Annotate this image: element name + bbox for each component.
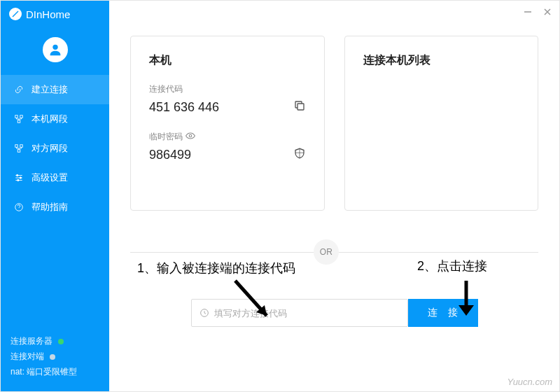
status-nat-text: nat: 端口受限锥型 [10,366,77,378]
svg-rect-1 [15,115,18,118]
svg-point-12 [189,134,192,137]
shield-icon[interactable] [293,147,306,163]
or-divider: OR [130,241,538,262]
sidebar-item-label: 高级设置 [31,172,68,184]
sidebar-item-local-net[interactable]: 本机网段 [1,104,109,134]
network-icon [13,143,24,154]
status-label: 连接对端 [10,351,44,363]
connect-button[interactable]: 连 接 [408,299,478,327]
close-icon[interactable] [542,7,552,17]
svg-rect-11 [298,104,304,110]
svg-rect-4 [15,145,18,148]
status-dot-icon [50,354,55,360]
sidebar-item-remote-net[interactable]: 对方网段 [1,134,109,163]
brand: DInHome [1,1,109,27]
link-icon [13,84,24,95]
sidebar-item-label: 建立连接 [31,83,68,96]
connect-code-input[interactable] [214,308,400,318]
pwd-value: 986499 [149,148,191,162]
input-prefix-icon [199,307,210,318]
help-icon [13,202,24,213]
status-peer: 连接对端 [10,351,99,363]
status-label: 连接服务器 [10,335,52,347]
code-label: 连接代码 [149,83,306,95]
sidebar-item-label: 帮助指南 [31,201,68,214]
avatar-area [1,27,109,75]
connect-row: 连 接 [130,299,538,327]
minimize-icon[interactable] [523,7,533,17]
svg-rect-6 [18,150,20,153]
svg-rect-2 [20,115,23,118]
svg-rect-3 [18,120,20,123]
eye-icon[interactable] [186,131,195,143]
list-card-title: 连接本机列表 [363,53,520,68]
local-card-title: 本机 [149,53,306,68]
sidebar-nav: 建立连接 本机网段 对方网段 高级设置 帮助指南 [1,75,109,328]
status-nat: nat: 端口受限锥型 [10,366,99,378]
status-dot-icon [58,339,64,344]
connect-input-wrap[interactable] [191,299,408,327]
watermark: Yuucn.com [507,377,552,387]
svg-point-7 [17,174,18,176]
sidebar-item-label: 对方网段 [31,142,68,155]
titlebar [109,1,559,23]
code-value: 451 636 446 [149,100,219,115]
brand-text: DInHome [26,8,70,20]
local-card: 本机 连接代码 451 636 446 临时密码 986499 [130,36,325,211]
brand-icon [9,8,22,20]
sliders-icon [13,172,24,183]
sidebar-item-help[interactable]: 帮助指南 [1,192,109,222]
status-server: 连接服务器 [10,335,99,347]
svg-rect-5 [20,145,23,148]
status-area: 连接服务器 连接对端 nat: 端口受限锥型 [1,328,109,391]
sidebar-item-advanced[interactable]: 高级设置 [1,163,109,192]
svg-point-8 [20,177,21,178]
list-card: 连接本机列表 [344,36,539,211]
svg-point-0 [52,45,57,50]
sidebar-item-label: 本机网段 [31,113,68,125]
svg-point-9 [18,179,19,181]
sidebar: DInHome 建立连接 本机网段 对方网段 高级设置 [1,1,109,391]
network-icon [13,113,24,125]
copy-icon[interactable] [293,99,306,115]
main-area: 本机 连接代码 451 636 446 临时密码 986499 [109,1,559,391]
avatar[interactable] [43,37,68,62]
pwd-label: 临时密码 [149,131,306,143]
sidebar-item-connect[interactable]: 建立连接 [1,75,109,104]
or-badge: OR [314,239,339,265]
